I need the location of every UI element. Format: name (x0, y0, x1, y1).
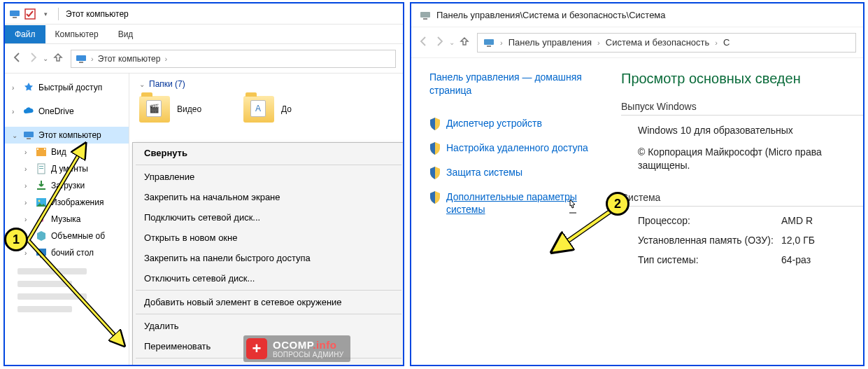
star-icon (23, 82, 34, 93)
ctx-add-network[interactable]: Добавить новый элемент в сетевое окружен… (133, 292, 404, 312)
shield-icon (429, 191, 441, 204)
annotation-marker-1: 1 (4, 228, 28, 251)
svg-rect-11 (39, 166, 43, 167)
desktop-icon (36, 247, 47, 258)
ctx-map-drive[interactable]: Подключить сетевой диск... (133, 207, 404, 228)
explorer-address-bar: ⌄ › Этот компьютер › (5, 44, 403, 74)
explorer-window: ▾ Этот компьютер Файл Компьютер Вид ⌄ › … (3, 2, 404, 366)
svg-rect-5 (24, 132, 34, 137)
pc-icon (76, 53, 87, 64)
dropdown-icon[interactable]: ▾ (40, 8, 51, 20)
svg-rect-20 (484, 39, 494, 45)
checkbox-icon[interactable] (24, 8, 36, 20)
plus-icon: + (246, 338, 267, 359)
shield-icon (429, 142, 441, 155)
svg-rect-8 (37, 148, 38, 150)
row-cpu: Процессор: AMD R (621, 215, 863, 226)
tab-file[interactable]: Файл (5, 25, 45, 43)
breadcrumb[interactable]: › Этот компьютер › (71, 50, 396, 68)
nav-documents[interactable]: › Д ументы (5, 160, 129, 177)
back-icon[interactable] (12, 52, 23, 65)
svg-rect-9 (44, 148, 45, 150)
cp-main: Просмотр основных сведен Выпуск Windows … (621, 58, 863, 365)
section-system: Система (621, 192, 863, 203)
pc-icon (9, 8, 20, 20)
ribbon-tabs: Файл Компьютер Вид (5, 25, 403, 44)
explorer-titlebar: ▾ Этот компьютер (5, 4, 403, 25)
svg-rect-19 (423, 18, 427, 20)
edition-value: Windows 10 для образовательных (621, 124, 863, 137)
annotation-marker-2: 2 (606, 192, 629, 216)
ctx-delete[interactable]: Удалить (133, 316, 404, 336)
up-icon[interactable] (52, 52, 64, 65)
recent-dropdown-icon[interactable]: ⌄ (43, 55, 48, 62)
recent-dropdown-icon[interactable]: ⌄ (449, 39, 455, 46)
nav-music[interactable]: › Музыка (5, 211, 129, 228)
ctx-manage[interactable]: Управление (133, 167, 404, 187)
ctx-disconnect-drive[interactable]: Отключить сетевой диск... (133, 268, 404, 288)
document-icon (36, 163, 47, 174)
ctx-pin-quick[interactable]: Закрепить на панели быстрого доступа (133, 248, 404, 268)
shield-icon (429, 167, 441, 179)
cp-home-link[interactable]: Панель управления — домашняя страница (429, 71, 607, 97)
pc-icon (23, 130, 34, 141)
folder-documents[interactable]: A До (243, 96, 292, 123)
context-menu: Свернуть Управление Закрепить на начальн… (132, 142, 404, 366)
up-icon[interactable] (459, 36, 470, 49)
link-system-protection[interactable]: Защита системы (429, 166, 607, 179)
nav-downloads[interactable]: › Загрузки (5, 177, 129, 194)
music-icon (36, 214, 47, 225)
nav-videos[interactable]: › Вид (5, 144, 129, 160)
folder-icon: A (243, 96, 274, 123)
page-title: Просмотр основных сведен (621, 71, 863, 87)
cursor-icon (567, 199, 579, 217)
row-type: Тип системы: 64-раз (621, 254, 863, 265)
folder-videos[interactable]: 🎬 Видео (139, 96, 201, 123)
tab-view[interactable]: Вид (108, 25, 143, 43)
link-device-manager[interactable]: Диспетчер устройств (429, 117, 607, 130)
svg-rect-16 (36, 249, 46, 256)
svg-rect-18 (420, 12, 430, 18)
explorer-nav-pane: › Быстрый доступ › OneDrive ⌄ Этот компь… (5, 74, 129, 365)
nav-onedrive[interactable]: › OneDrive (5, 103, 129, 120)
copyright: © Корпорация Майкрософт (Micro права защ… (621, 146, 845, 172)
back-icon[interactable] (418, 36, 429, 49)
nav-arrows: ⌄ (12, 52, 64, 65)
svg-rect-17 (40, 256, 43, 258)
cp-address-bar: ⌄ › Панель управления › Система и безопа… (411, 27, 863, 58)
blurred-nav-items (5, 261, 129, 326)
cp-title-text: Панель управления\Система и безопасность… (436, 10, 666, 20)
control-panel-system-window: Панель управления\Система и безопасность… (410, 2, 865, 366)
svg-rect-12 (39, 168, 43, 169)
svg-point-15 (38, 200, 41, 202)
cloud-icon (23, 106, 34, 117)
group-folders[interactable]: ⌄ Папки (7) (139, 79, 393, 89)
breadcrumb-label: Этот компьютер (98, 54, 161, 64)
cp-side-links: Панель управления — домашняя страница Ди… (411, 58, 621, 365)
svg-rect-1 (13, 17, 17, 18)
cp-titlebar: Панель управления\Система и безопасность… (411, 4, 863, 27)
svg-rect-13 (37, 188, 45, 190)
ctx-collapse[interactable]: Свернуть (133, 143, 404, 163)
video-icon (36, 146, 47, 158)
watermark: + OCOMP.info ВОПРОСЫ АДМИНУ (243, 335, 350, 362)
download-icon (36, 180, 47, 191)
ctx-open-new[interactable]: Открыть в новом окне (133, 228, 404, 248)
nav-quick-access[interactable]: › Быстрый доступ (5, 79, 129, 96)
cube-icon (36, 230, 47, 242)
ctx-pin-start[interactable]: Закрепить на начальном экране (133, 187, 404, 207)
shield-icon (429, 118, 441, 130)
pc-icon (420, 10, 431, 21)
breadcrumb[interactable]: › Панель управления › Система и безопасн… (477, 33, 856, 53)
svg-rect-0 (10, 11, 20, 16)
link-remote-settings[interactable]: Настройка удаленного доступа (429, 141, 607, 155)
folder-icon: 🎬 (139, 96, 170, 123)
forward-icon[interactable] (434, 36, 445, 49)
nav-pictures[interactable]: › Изображения (5, 194, 129, 211)
row-ram: Установленная память (ОЗУ): 12,0 ГБ (621, 235, 863, 246)
link-advanced-system-settings[interactable]: Дополнительные параметры системы (429, 190, 607, 216)
forward-icon[interactable] (27, 52, 38, 65)
tab-computer[interactable]: Компьютер (45, 25, 108, 43)
nav-this-pc[interactable]: ⌄ Этот компьютер (5, 127, 129, 144)
picture-icon (36, 197, 47, 208)
